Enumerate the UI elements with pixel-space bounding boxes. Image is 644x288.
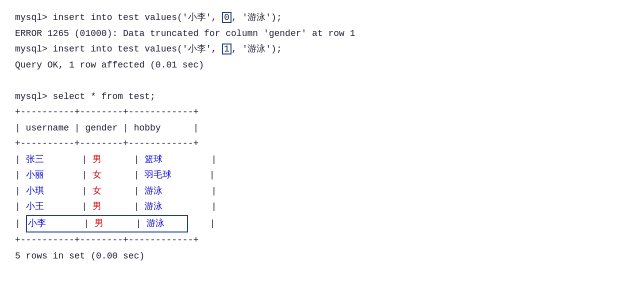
terminal-output: mysql> insert into test values('小李', 0, … [15,10,629,264]
table-border-header: +----------+--------+------------+ [15,136,629,152]
table-border-bottom: +----------+--------+------------+ [15,232,629,248]
prompt-text-2-end: , '游泳'); [232,44,282,54]
row4-col3: 游泳 [144,202,162,212]
row5-col1: 小李 [28,218,46,228]
value-zero: 0 [222,12,232,23]
row5-col3: 游泳 [146,218,164,228]
insert-line-1: mysql> insert into test values('小李', 0, … [15,10,629,26]
prompt-text-2: mysql> insert into test values('小李', [15,44,222,54]
prompt-text: mysql> insert into test values('小李', [15,12,222,22]
row3-col1: 小琪 [26,186,44,196]
result-line: 5 rows in set (0.00 sec) [15,248,629,264]
row3-col3: 游泳 [144,186,162,196]
table-header-row: | username | gender | hobby | [15,120,629,136]
row1-col2: 男 [92,154,102,164]
row2-col1: 小丽 [26,170,44,180]
table-row-3: | 小琪 | 女 | 游泳 | [15,184,629,200]
row3-col2: 女 [92,186,102,196]
highlighted-row-content: 小李 | 男 | 游泳 [26,215,188,233]
table-row-2: | 小丽 | 女 | 羽毛球 | [15,168,629,184]
row4-col1: 小王 [26,202,44,212]
table-row-1: | 张三 | 男 | 篮球 | [15,152,629,168]
error-line: ERROR 1265 (01000): Data truncated for c… [15,26,629,42]
table-row-5-highlighted: | 小李 | 男 | 游泳 | [15,215,629,233]
empty-line [15,73,629,89]
select-line: mysql> select * from test; [15,89,629,105]
row5-col2: 男 [94,218,104,228]
table-border-top: +----------+--------+------------+ [15,104,629,120]
row1-col1: 张三 [26,154,44,164]
row2-col2: 女 [92,170,102,180]
table-row-4: | 小王 | 男 | 游泳 | [15,199,629,215]
query-ok-line: Query OK, 1 row affected (0.01 sec) [15,58,629,74]
insert-line-2: mysql> insert into test values('小李', 1, … [15,42,629,58]
row4-col2: 男 [92,202,102,212]
row2-col3: 羽毛球 [144,170,172,180]
row1-col3: 篮球 [144,154,162,164]
value-one: 1 [222,44,232,54]
prompt-text-end: , '游泳'); [232,12,282,22]
